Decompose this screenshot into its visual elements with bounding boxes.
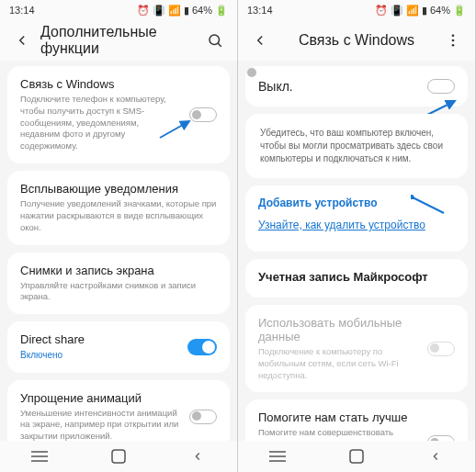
nav-recents[interactable] <box>255 450 300 463</box>
battery-icon: 🔋 <box>453 5 466 17</box>
status-time: 13:14 <box>9 5 35 16</box>
wifi-icon: 📶 <box>168 5 181 17</box>
setting-link-windows[interactable]: Связь с Windows Подключите телефон к ком… <box>7 66 230 163</box>
toggle-switch[interactable] <box>189 107 217 122</box>
nav-bar <box>0 441 237 472</box>
setting-direct-share[interactable]: Direct share Включено <box>7 321 230 373</box>
setting-status: Включено <box>20 349 217 362</box>
info-card: Убедитесь, что ваш компьютер включен, чт… <box>245 114 468 178</box>
info-text: Убедитесь, что ваш компьютер включен, чт… <box>258 125 455 167</box>
toggle-switch[interactable] <box>189 410 217 424</box>
svg-rect-7 <box>112 450 125 463</box>
page-title: Связь с Windows <box>275 32 438 49</box>
nav-bar <box>238 441 475 472</box>
ms-account-title: Учетная запись Майкрософт <box>258 270 455 284</box>
ms-account-card[interactable]: Учетная запись Майкрософт <box>245 259 468 298</box>
toggle-switch <box>427 342 455 356</box>
svg-point-8 <box>452 34 455 37</box>
setting-desc: Помогите нам совершенствовать программу … <box>258 427 455 441</box>
status-icons: ⏰ 📳 📶 ▮ 64% 🔋 <box>375 5 466 17</box>
signal-icon: ▮ <box>422 5 427 17</box>
master-toggle-card: Выкл. <box>245 66 468 107</box>
setting-desc: Подключение к компьютеру по мобильным се… <box>258 346 455 381</box>
more-button[interactable] <box>438 26 468 55</box>
battery-text: 64% <box>430 5 450 16</box>
header: Дополнительные функции <box>0 20 237 61</box>
header: Связь с Windows <box>238 20 475 61</box>
alarm-icon: ⏰ <box>375 5 388 17</box>
battery-icon: 🔋 <box>215 5 228 17</box>
svg-point-9 <box>452 39 455 42</box>
help-card[interactable]: Помогите нам стать лучше Помогите нам со… <box>245 399 468 441</box>
battery-text: 64% <box>192 5 212 16</box>
alarm-icon: ⏰ <box>137 5 150 17</box>
phone-right: 13:14 ⏰ 📳 📶 ▮ 64% 🔋 Связь с Windows Выкл… <box>238 0 476 472</box>
phone-left: 13:14 ⏰ 📳 📶 ▮ 64% 🔋 Дополнительные функц… <box>0 0 238 472</box>
status-bar: 13:14 ⏰ 📳 📶 ▮ 64% 🔋 <box>238 0 475 20</box>
page-title: Дополнительные функции <box>37 24 200 57</box>
svg-point-10 <box>452 44 455 47</box>
svg-rect-18 <box>350 450 363 463</box>
status-bar: 13:14 ⏰ 📳 📶 ▮ 64% 🔋 <box>0 0 237 20</box>
vibrate-icon: 📳 <box>391 5 403 17</box>
back-button[interactable] <box>7 26 37 55</box>
svg-line-1 <box>218 43 221 47</box>
mobile-data-card: Использовать мобильные данные Подключени… <box>245 305 468 392</box>
content-scroll[interactable]: Связь с Windows Подключите телефон к ком… <box>0 61 237 441</box>
nav-home[interactable] <box>334 449 380 464</box>
status-icons: ⏰ 📳 📶 ▮ 64% 🔋 <box>137 5 228 17</box>
setting-title: Всплывающие уведомления <box>20 182 217 196</box>
nav-back[interactable] <box>413 449 459 464</box>
search-button[interactable] <box>200 26 230 55</box>
master-toggle-label: Выкл. <box>258 79 293 94</box>
setting-title: Снимки и запись экрана <box>20 264 217 277</box>
nav-back[interactable] <box>175 449 221 464</box>
setting-desc: Уменьшение интенсивности анимаций на экр… <box>20 408 217 441</box>
setting-desc: Управляйте настройками снимков и записи … <box>20 280 217 304</box>
status-time: 13:14 <box>247 5 273 16</box>
setting-animations[interactable]: Упрощение анимаций Уменьшение интенсивно… <box>7 380 230 441</box>
vibrate-icon: 📳 <box>153 5 165 17</box>
setting-title: Упрощение анимаций <box>20 391 217 405</box>
nav-home[interactable] <box>96 449 142 464</box>
setting-title: Помогите нам стать лучше <box>258 410 455 424</box>
setting-title: Связь с Windows <box>20 77 217 91</box>
nav-recents[interactable] <box>17 450 62 463</box>
setting-screenshots[interactable]: Снимки и запись экрана Управляйте настро… <box>7 253 230 315</box>
signal-icon: ▮ <box>184 5 189 17</box>
wifi-icon: 📶 <box>406 5 419 17</box>
content-scroll[interactable]: Выкл. Убедитесь, что ваш компьютер включ… <box>238 61 475 441</box>
add-device-link[interactable]: Добавить устройство <box>258 197 455 209</box>
setting-desc: Подключите телефон к компьютеру, чтобы п… <box>20 94 217 152</box>
toggle-switch[interactable] <box>187 339 217 355</box>
setting-desc: Получение уведомлений значками, которые … <box>20 198 217 233</box>
master-toggle[interactable] <box>427 79 455 94</box>
setting-title: Использовать мобильные данные <box>258 316 455 343</box>
setting-popup-notifications[interactable]: Всплывающие уведомления Получение уведом… <box>7 171 230 244</box>
back-button[interactable] <box>245 26 275 55</box>
learn-remove-link[interactable]: Узнайте, как удалить устройство <box>258 219 455 231</box>
links-card: Добавить устройство Узнайте, как удалить… <box>245 185 468 252</box>
svg-point-0 <box>210 35 220 45</box>
